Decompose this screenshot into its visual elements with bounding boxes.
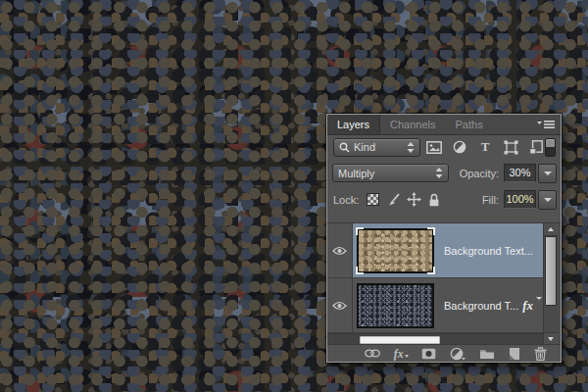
new-group-button[interactable] [479,346,495,362]
fill-label: Fill: [482,194,499,206]
eye-icon [332,246,347,256]
fill-slider-button[interactable] [538,190,557,210]
layers-bottom-toolbar: fx [327,344,561,362]
panel-menu-icon [537,120,555,129]
layer-row-background-texture-2[interactable]: Background T... fx [327,278,544,333]
tab-channels[interactable]: Channels [380,115,445,134]
opacity-label: Opacity: [460,168,499,179]
triangle-down-icon [548,337,554,341]
lock-pixels-brush-icon[interactable] [386,192,400,208]
opacity-slider-button[interactable] [538,164,557,183]
filter-type-buttons: T [426,139,545,155]
tab-layers[interactable]: Layers [327,115,380,134]
filter-type-layers-icon[interactable]: T [477,139,494,155]
chevron-down-icon [544,172,552,175]
layers-panel: Layers Channels Paths [326,114,562,363]
scroll-up-button[interactable] [544,223,558,236]
blend-mode-row: Multiply Opacity: 30% [327,162,561,184]
filter-shape-layers-icon[interactable] [503,139,519,155]
layer-row-content[interactable]: Background T... fx [353,278,544,332]
canvas-gravel-texture: Layers Channels Paths [0,0,588,392]
updown-arrows-icon [435,168,443,178]
lock-label: Lock: [333,194,359,206]
blend-mode-value: Multiply [338,168,374,179]
lock-transparency-icon[interactable] [367,193,379,206]
add-layer-mask-button[interactable] [421,346,436,362]
vertical-scrollbar-thumb[interactable] [545,236,557,306]
layer-filter-row: Kind [327,135,561,159]
thumb-corner-bracket [356,227,364,235]
layer-fx-badge: fx [522,298,533,314]
chevron-down-icon [544,198,552,202]
layer-row-background-texture-1[interactable]: Background Text... [327,223,544,278]
filter-kind-value: Kind [354,141,375,153]
new-layer-button[interactable] [508,346,520,362]
updown-arrows-icon [407,142,415,153]
layer-name[interactable]: Background T... [444,300,518,312]
visibility-toggle[interactable] [327,278,353,332]
chevron-down-icon [536,297,542,312]
thumb-corner-bracket [356,267,364,274]
link-layers-button[interactable] [365,346,380,362]
thumb-corner-bracket [427,267,435,274]
layer-filtering-toggle[interactable] [545,138,556,157]
layer-name[interactable]: Background Text... [444,245,533,257]
layer-list: Background Text... Background T... fx [327,222,561,345]
filter-kind-dropdown[interactable]: Kind [333,138,420,157]
vertical-scrollbar[interactable] [543,223,558,345]
layer-thumbnail[interactable] [357,283,434,328]
eye-icon [332,301,347,311]
chevron-down-icon [405,355,409,358]
thumb-corner-bracket [427,227,435,235]
lock-row: Lock: [327,188,561,211]
triangle-up-icon [548,227,554,231]
horizontal-scrollbar-thumb[interactable] [360,336,440,344]
collapse-effects-button[interactable] [536,300,542,312]
blend-mode-dropdown[interactable]: Multiply [332,164,449,182]
filter-adjustment-layers-icon[interactable] [452,139,468,155]
layer-thumbnail[interactable] [357,228,434,273]
filter-pixel-layers-icon[interactable] [426,139,443,155]
panel-tab-bar: Layers Channels Paths [327,115,561,135]
tab-paths[interactable]: Paths [446,115,493,134]
add-layer-style-button[interactable]: fx [394,346,409,362]
layer-row-content[interactable]: Background Text... [353,223,544,277]
lock-buttons [367,192,440,208]
lock-position-move-icon[interactable] [407,192,421,208]
visibility-toggle[interactable] [327,223,353,277]
new-adjustment-layer-button[interactable] [450,346,466,362]
panel-menu-button[interactable] [537,115,561,134]
lock-all-padlock-icon[interactable] [428,192,440,208]
filter-smart-objects-icon[interactable] [528,139,545,155]
fill-value-field[interactable]: 100% [504,190,536,209]
delete-layer-trash-button[interactable] [534,346,547,362]
opacity-value-field[interactable]: 30% [504,164,536,182]
search-icon [339,142,350,153]
